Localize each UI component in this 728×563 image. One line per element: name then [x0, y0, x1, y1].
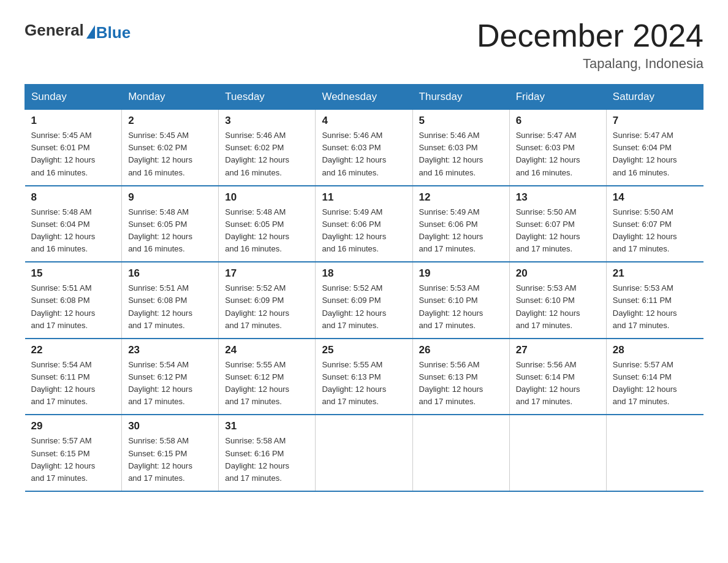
day-info: Sunrise: 5:46 AMSunset: 6:03 PMDaylight:…: [322, 129, 406, 179]
calendar-cell: [412, 415, 509, 491]
day-number: 22: [31, 344, 116, 356]
header-tuesday: Tuesday: [219, 85, 316, 110]
calendar-cell: 24Sunrise: 5:55 AMSunset: 6:12 PMDayligh…: [219, 339, 316, 415]
day-number: 3: [225, 115, 309, 127]
header-saturday: Saturday: [606, 85, 703, 110]
page-header: General Blue December 2024 Tapalang, Ind…: [25, 18, 703, 72]
day-info: Sunrise: 5:54 AMSunset: 6:12 PMDaylight:…: [128, 359, 212, 408]
calendar-cell: 8Sunrise: 5:48 AMSunset: 6:04 PMDaylight…: [25, 186, 122, 262]
logo-general: General: [25, 21, 84, 40]
day-number: 4: [322, 115, 406, 127]
day-info: Sunrise: 5:48 AMSunset: 6:05 PMDaylight:…: [225, 206, 309, 256]
day-info: Sunrise: 5:48 AMSunset: 6:05 PMDaylight:…: [128, 206, 212, 256]
day-number: 14: [613, 191, 697, 204]
day-info: Sunrise: 5:51 AMSunset: 6:08 PMDaylight:…: [31, 282, 116, 332]
calendar-cell: 13Sunrise: 5:50 AMSunset: 6:07 PMDayligh…: [509, 186, 606, 262]
day-info: Sunrise: 5:55 AMSunset: 6:13 PMDaylight:…: [322, 359, 406, 408]
day-info: Sunrise: 5:53 AMSunset: 6:10 PMDaylight:…: [516, 282, 600, 332]
day-info: Sunrise: 5:46 AMSunset: 6:03 PMDaylight:…: [419, 129, 503, 179]
calendar-cell: 1Sunrise: 5:45 AMSunset: 6:01 PMDaylight…: [25, 110, 122, 186]
day-info: Sunrise: 5:52 AMSunset: 6:09 PMDaylight:…: [322, 282, 406, 332]
day-number: 8: [31, 191, 116, 204]
calendar-cell: 3Sunrise: 5:46 AMSunset: 6:02 PMDaylight…: [219, 110, 316, 186]
calendar-week-row: 1Sunrise: 5:45 AMSunset: 6:01 PMDaylight…: [25, 110, 703, 186]
calendar-cell: 18Sunrise: 5:52 AMSunset: 6:09 PMDayligh…: [316, 262, 412, 339]
day-info: Sunrise: 5:52 AMSunset: 6:09 PMDaylight:…: [225, 282, 309, 332]
calendar-cell: 6Sunrise: 5:47 AMSunset: 6:03 PMDaylight…: [509, 110, 606, 186]
calendar-cell: [316, 415, 412, 491]
header-wednesday: Wednesday: [316, 85, 412, 110]
calendar-cell: 19Sunrise: 5:53 AMSunset: 6:10 PMDayligh…: [412, 262, 509, 339]
calendar-cell: [509, 415, 606, 491]
day-info: Sunrise: 5:48 AMSunset: 6:04 PMDaylight:…: [31, 206, 116, 256]
calendar-cell: 23Sunrise: 5:54 AMSunset: 6:12 PMDayligh…: [122, 339, 219, 415]
day-info: Sunrise: 5:46 AMSunset: 6:02 PMDaylight:…: [225, 129, 309, 179]
calendar-cell: 30Sunrise: 5:58 AMSunset: 6:15 PMDayligh…: [122, 415, 219, 491]
day-number: 28: [613, 344, 697, 356]
day-number: 11: [322, 191, 406, 204]
calendar-header-row: SundayMondayTuesdayWednesdayThursdayFrid…: [25, 85, 703, 110]
calendar-cell: 9Sunrise: 5:48 AMSunset: 6:05 PMDaylight…: [122, 186, 219, 262]
day-number: 24: [225, 344, 309, 356]
day-info: Sunrise: 5:49 AMSunset: 6:06 PMDaylight:…: [419, 206, 503, 256]
day-number: 20: [516, 267, 600, 280]
day-number: 18: [322, 267, 406, 280]
header-friday: Friday: [509, 85, 606, 110]
day-info: Sunrise: 5:45 AMSunset: 6:01 PMDaylight:…: [31, 129, 116, 179]
calendar-week-row: 8Sunrise: 5:48 AMSunset: 6:04 PMDaylight…: [25, 186, 703, 262]
calendar-cell: 29Sunrise: 5:57 AMSunset: 6:15 PMDayligh…: [25, 415, 122, 491]
day-info: Sunrise: 5:54 AMSunset: 6:11 PMDaylight:…: [31, 359, 116, 408]
day-number: 6: [516, 115, 600, 127]
day-info: Sunrise: 5:56 AMSunset: 6:14 PMDaylight:…: [516, 359, 600, 408]
day-number: 25: [322, 344, 406, 356]
calendar-week-row: 15Sunrise: 5:51 AMSunset: 6:08 PMDayligh…: [25, 262, 703, 339]
day-number: 29: [31, 420, 116, 432]
day-number: 2: [128, 115, 212, 127]
calendar-cell: 16Sunrise: 5:51 AMSunset: 6:08 PMDayligh…: [122, 262, 219, 339]
month-title: December 2024: [477, 18, 703, 53]
day-info: Sunrise: 5:51 AMSunset: 6:08 PMDaylight:…: [128, 282, 212, 332]
header-sunday: Sunday: [25, 85, 122, 110]
day-number: 19: [419, 267, 503, 280]
calendar-cell: 2Sunrise: 5:45 AMSunset: 6:02 PMDaylight…: [122, 110, 219, 186]
day-number: 23: [128, 344, 212, 356]
day-number: 1: [31, 115, 116, 127]
day-number: 7: [613, 115, 697, 127]
logo-triangle-icon: [86, 25, 95, 39]
calendar-cell: 10Sunrise: 5:48 AMSunset: 6:05 PMDayligh…: [219, 186, 316, 262]
calendar-cell: 5Sunrise: 5:46 AMSunset: 6:03 PMDaylight…: [412, 110, 509, 186]
day-number: 10: [225, 191, 309, 204]
day-info: Sunrise: 5:55 AMSunset: 6:12 PMDaylight:…: [225, 359, 309, 408]
day-info: Sunrise: 5:57 AMSunset: 6:15 PMDaylight:…: [31, 435, 116, 484]
header-thursday: Thursday: [412, 85, 509, 110]
day-number: 9: [128, 191, 212, 204]
calendar-cell: 4Sunrise: 5:46 AMSunset: 6:03 PMDaylight…: [316, 110, 412, 186]
day-number: 5: [419, 115, 503, 127]
day-number: 21: [613, 267, 697, 280]
calendar-cell: 17Sunrise: 5:52 AMSunset: 6:09 PMDayligh…: [219, 262, 316, 339]
day-number: 27: [516, 344, 600, 356]
day-number: 15: [31, 267, 116, 280]
day-info: Sunrise: 5:50 AMSunset: 6:07 PMDaylight:…: [516, 206, 600, 256]
calendar-week-row: 29Sunrise: 5:57 AMSunset: 6:15 PMDayligh…: [25, 415, 703, 491]
calendar-cell: 20Sunrise: 5:53 AMSunset: 6:10 PMDayligh…: [509, 262, 606, 339]
logo: General Blue: [25, 18, 131, 42]
calendar-cell: 11Sunrise: 5:49 AMSunset: 6:06 PMDayligh…: [316, 186, 412, 262]
day-number: 31: [225, 420, 309, 432]
day-number: 17: [225, 267, 309, 280]
calendar-cell: [606, 415, 703, 491]
calendar-cell: 25Sunrise: 5:55 AMSunset: 6:13 PMDayligh…: [316, 339, 412, 415]
calendar-table: SundayMondayTuesdayWednesdayThursdayFrid…: [25, 84, 703, 492]
calendar-cell: 15Sunrise: 5:51 AMSunset: 6:08 PMDayligh…: [25, 262, 122, 339]
day-info: Sunrise: 5:47 AMSunset: 6:03 PMDaylight:…: [516, 129, 600, 179]
day-number: 16: [128, 267, 212, 280]
calendar-cell: 26Sunrise: 5:56 AMSunset: 6:13 PMDayligh…: [412, 339, 509, 415]
day-info: Sunrise: 5:49 AMSunset: 6:06 PMDaylight:…: [322, 206, 406, 256]
day-info: Sunrise: 5:56 AMSunset: 6:13 PMDaylight:…: [419, 359, 503, 408]
day-number: 13: [516, 191, 600, 204]
calendar-cell: 14Sunrise: 5:50 AMSunset: 6:07 PMDayligh…: [606, 186, 703, 262]
location: Tapalang, Indonesia: [477, 56, 703, 72]
calendar-week-row: 22Sunrise: 5:54 AMSunset: 6:11 PMDayligh…: [25, 339, 703, 415]
day-number: 26: [419, 344, 503, 356]
day-info: Sunrise: 5:53 AMSunset: 6:10 PMDaylight:…: [419, 282, 503, 332]
